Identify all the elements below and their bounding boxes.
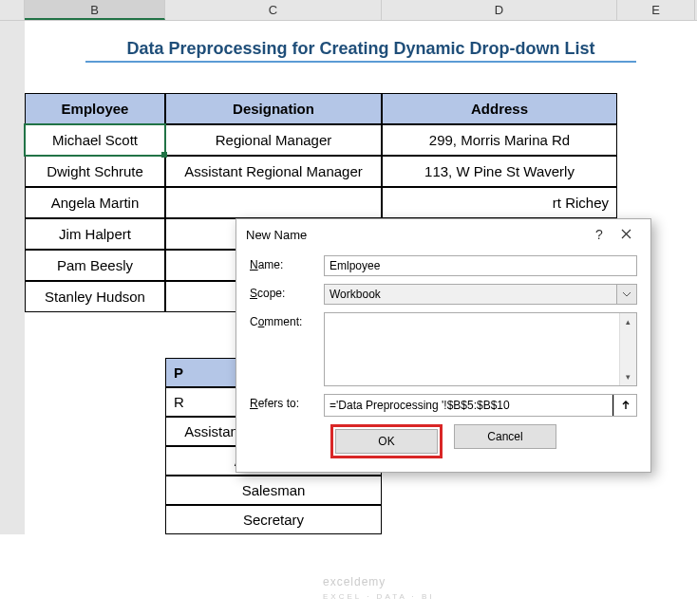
col-header-E[interactable]: E bbox=[617, 0, 695, 20]
chevron-down-icon bbox=[623, 292, 631, 297]
scroll-down-icon[interactable]: ▾ bbox=[620, 368, 636, 385]
column-headers: B C D E bbox=[0, 0, 697, 21]
dialog-titlebar[interactable]: New Name ? bbox=[236, 219, 650, 250]
cell-B5-selected[interactable]: Michael Scott bbox=[25, 124, 165, 156]
close-button[interactable] bbox=[611, 228, 641, 242]
ok-button[interactable]: OK bbox=[335, 429, 438, 454]
close-icon bbox=[621, 229, 631, 239]
header-employee[interactable]: Employee bbox=[25, 93, 165, 124]
cancel-button[interactable]: Cancel bbox=[454, 424, 556, 449]
help-button[interactable]: ? bbox=[588, 227, 611, 242]
cell[interactable] bbox=[165, 187, 382, 218]
table-row: Angela Martin rt Richey bbox=[25, 187, 697, 218]
table-row: Michael Scott Regional Manager 299, Morr… bbox=[25, 124, 697, 156]
name-label: Name: bbox=[250, 255, 324, 271]
refers-to-field[interactable] bbox=[325, 395, 613, 416]
scroll-up-icon[interactable]: ▴ bbox=[620, 313, 636, 330]
table-row: Dwight Schrute Assistant Regional Manage… bbox=[25, 156, 697, 187]
collapse-dialog-icon bbox=[620, 400, 631, 411]
range-picker-button[interactable] bbox=[613, 395, 636, 416]
cell[interactable]: Dwight Schrute bbox=[25, 156, 165, 187]
table1-header-row: Employee Designation Address bbox=[25, 93, 697, 124]
scope-select[interactable]: Workbook bbox=[324, 284, 617, 305]
fill-handle[interactable] bbox=[161, 152, 167, 158]
scope-dropdown-button[interactable] bbox=[616, 284, 637, 305]
cell[interactable]: rt Richey bbox=[382, 187, 617, 218]
scope-label: Scope: bbox=[250, 284, 324, 300]
comment-label: Comment: bbox=[250, 312, 324, 328]
watermark: exceldemy EXCEL · DATA · BI bbox=[323, 575, 435, 602]
list-item[interactable]: Secretary bbox=[165, 505, 382, 534]
new-name-dialog: New Name ? Name: Scope: Workbook Comment… bbox=[235, 218, 651, 473]
col-header-D[interactable]: D bbox=[382, 0, 617, 20]
cell[interactable]: Stanley Hudson bbox=[25, 281, 165, 312]
row-numbers bbox=[0, 21, 25, 534]
dialog-title: New Name bbox=[246, 228, 588, 242]
header-designation[interactable]: Designation bbox=[165, 93, 382, 124]
list-item[interactable]: Salesman bbox=[165, 476, 382, 505]
select-all-cell[interactable] bbox=[0, 0, 25, 20]
name-field[interactable] bbox=[324, 255, 637, 276]
header-address[interactable]: Address bbox=[382, 93, 617, 124]
col-header-C[interactable]: C bbox=[165, 0, 382, 20]
col-header-B[interactable]: B bbox=[25, 0, 165, 20]
cell[interactable]: 113, W Pine St Waverly bbox=[382, 156, 617, 187]
cell[interactable]: Angela Martin bbox=[25, 187, 165, 218]
cell[interactable]: Pam Beesly bbox=[25, 250, 165, 281]
refers-label: Refers to: bbox=[250, 394, 324, 410]
scrollbar[interactable]: ▴ ▾ bbox=[619, 313, 636, 385]
ok-highlight: OK bbox=[330, 424, 443, 458]
cell[interactable]: Assistant Regional Manager bbox=[165, 156, 382, 187]
cell[interactable]: 299, Morris Marina Rd bbox=[382, 124, 617, 156]
cell[interactable]: Regional Manager bbox=[165, 124, 382, 156]
cell[interactable]: Jim Halpert bbox=[25, 218, 165, 250]
page-title: Data Preprocessing for Creating Dynamic … bbox=[85, 39, 636, 63]
comment-field[interactable]: ▴ ▾ bbox=[324, 312, 637, 386]
